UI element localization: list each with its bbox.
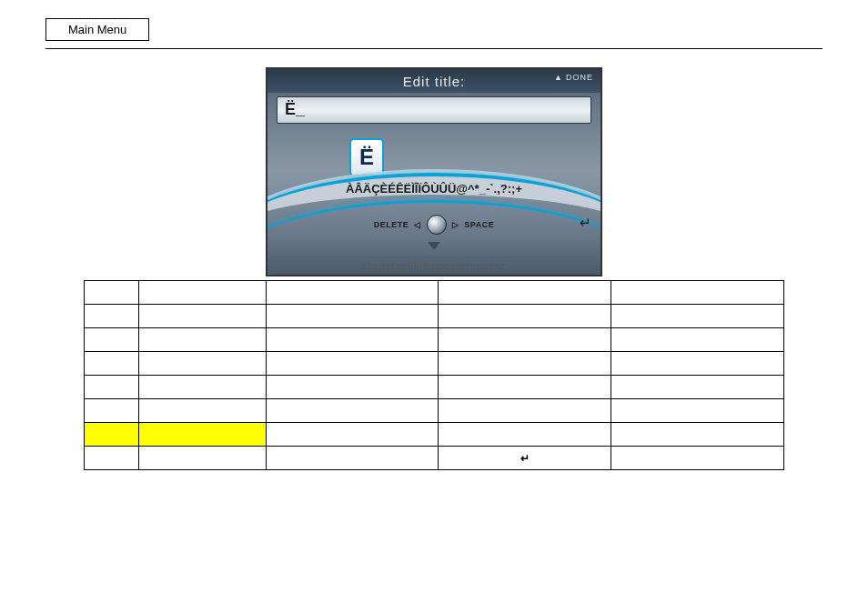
table-row: ↵ <box>85 447 784 470</box>
table-cell <box>439 281 611 305</box>
table-cell <box>85 328 139 352</box>
table-cell <box>611 305 784 328</box>
enter-symbol: ↵ <box>520 452 530 465</box>
table-row <box>85 305 784 328</box>
table-cell <box>266 376 439 399</box>
table-cell <box>138 305 266 328</box>
table-cell <box>266 305 439 328</box>
table-cell <box>85 376 139 399</box>
up-triangle-icon: ▲ <box>554 73 563 82</box>
table-cell <box>611 352 784 376</box>
table-row <box>85 376 784 399</box>
table-cell <box>611 447 784 470</box>
table-cell-enter: ↵ <box>439 447 611 470</box>
table-cell-highlight <box>85 423 139 447</box>
done-badge[interactable]: ▲ DONE <box>554 73 593 82</box>
table-row <box>85 328 784 352</box>
enter-icon[interactable]: ↵ <box>580 215 591 231</box>
table-cell <box>266 399 439 423</box>
table-cell <box>85 447 139 470</box>
table-cell <box>266 281 439 305</box>
table-cell <box>611 376 784 399</box>
title-input-field[interactable]: Ë_ <box>277 96 591 124</box>
table-row <box>85 281 784 305</box>
main-menu-label: Main Menu <box>68 23 126 36</box>
table-cell <box>266 328 439 352</box>
divider <box>45 48 823 49</box>
table-row <box>85 423 784 447</box>
delete-label: DELETE <box>374 220 409 229</box>
table-cell-highlight <box>138 423 266 447</box>
table-cell <box>138 328 266 352</box>
table-cell <box>439 305 611 328</box>
table-cell <box>85 281 139 305</box>
table-cell <box>266 423 439 447</box>
table-cell <box>439 352 611 376</box>
bottom-alphabet[interactable]: abcdefghijklmnopqrstuvwxyz <box>267 261 601 271</box>
space-label: SPACE <box>464 220 494 229</box>
main-menu-button[interactable]: Main Menu <box>45 18 149 41</box>
table-cell <box>85 305 139 328</box>
table-cell <box>85 352 139 376</box>
table-cell <box>85 399 139 423</box>
device-screenshot: Edit title: ▲ DONE Ë_ Ë ÀÂÄÇÈÉÊËÌÎÏÔÙÛÜ@… <box>266 67 602 276</box>
table-cell <box>138 281 266 305</box>
table-cell <box>439 376 611 399</box>
table-cell <box>266 447 439 470</box>
popup-key-char: Ë <box>359 145 374 170</box>
table-cell <box>611 399 784 423</box>
arc-characters[interactable]: ÀÂÄÇÈÉÊËÌÎÏÔÙÛÜ@^*_-`.,?:;+ <box>267 182 601 196</box>
table-cell <box>138 376 266 399</box>
done-label: DONE <box>566 73 593 82</box>
table-cell <box>439 399 611 423</box>
table-cell <box>138 447 266 470</box>
control-row: DELETE ◁ ▷ SPACE <box>267 215 601 235</box>
table-row <box>85 399 784 423</box>
character-table: ↵ <box>84 280 784 470</box>
dial-icon[interactable] <box>427 215 447 235</box>
table-cell <box>138 352 266 376</box>
table-cell <box>439 423 611 447</box>
right-triangle-icon[interactable]: ▷ <box>452 220 459 229</box>
device-title-bar: Edit title: ▲ DONE <box>267 69 601 93</box>
device-title: Edit title: <box>403 74 466 89</box>
table-cell <box>611 423 784 447</box>
table-cell <box>611 328 784 352</box>
down-triangle-icon[interactable] <box>428 242 440 250</box>
table-row <box>85 352 784 376</box>
table-cell <box>439 328 611 352</box>
table-cell <box>138 399 266 423</box>
table-cell <box>266 352 439 376</box>
title-input-value: Ë_ <box>285 100 305 118</box>
left-triangle-icon[interactable]: ◁ <box>414 220 421 229</box>
table-cell <box>611 281 784 305</box>
